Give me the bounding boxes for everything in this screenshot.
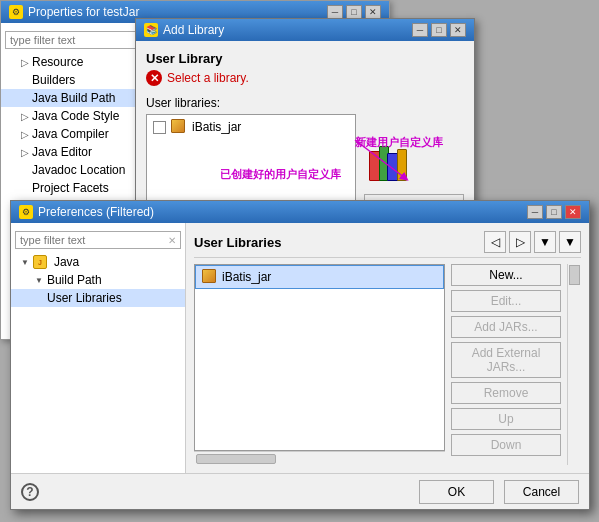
annotation-existing-lib: 已创建好的用户自定义库 (220, 167, 341, 182)
pref-list-item-ibatis[interactable]: iBatis_jar (195, 265, 444, 289)
add-library-icon: 📚 (144, 23, 158, 37)
pref-icon: ⚙ (19, 205, 33, 219)
pref-horizontal-scrollbar[interactable] (194, 451, 445, 465)
tree-arrow-jd (21, 165, 29, 176)
sidebar-item-resource[interactable]: ▷ Resource (1, 53, 145, 71)
remove-button[interactable]: Remove (451, 382, 561, 404)
add-library-error: ✕ Select a library. (146, 70, 464, 86)
add-library-right-col: User Libraries... (364, 96, 464, 214)
cancel-button[interactable]: Cancel (504, 480, 579, 504)
clear-filter-icon[interactable]: ✕ (168, 235, 176, 246)
user-libraries-label: User libraries: (146, 96, 356, 110)
preferences-title: Preferences (Filtered) (38, 205, 154, 219)
titlebar-left: ⚙ Properties for testJar (9, 5, 139, 19)
sidebar-item-java-build-path[interactable]: Java Build Path (1, 89, 145, 107)
ibatis-checkbox[interactable] (153, 121, 166, 134)
minimize-button[interactable]: ─ (327, 5, 343, 19)
pref-vertical-scrollbar[interactable] (567, 264, 581, 465)
pref-label-java: Java (54, 255, 79, 269)
add-library-title: Add Library (163, 23, 224, 37)
help-icon[interactable]: ? (21, 483, 39, 501)
add-library-body: User Library ✕ Select a library. User li… (136, 41, 474, 224)
pref-filter-box[interactable]: ✕ (15, 231, 181, 249)
pref-title-left: ⚙ Preferences (Filtered) (19, 205, 154, 219)
properties-filter-box[interactable] (5, 31, 141, 49)
tree-arrow-builders (21, 75, 29, 86)
toolbar-dropdown-btn[interactable]: ▼ (534, 231, 556, 253)
pref-main-header-row: User Libraries ◁ ▷ ▼ ▼ (194, 231, 581, 258)
h-scrollbar-thumb[interactable] (196, 454, 276, 464)
tree-arrow-jc: ▷ (21, 129, 29, 140)
library-list-item-ibatis[interactable]: iBatis_jar (149, 117, 353, 137)
pref-main: User Libraries ◁ ▷ ▼ ▼ iBatis_jar (186, 223, 589, 473)
preferences-titlebar: ⚙ Preferences (Filtered) ─ □ ✕ (11, 201, 589, 223)
pref-maximize[interactable]: □ (546, 205, 562, 219)
ibatis-label: iBatis_jar (192, 120, 241, 134)
add-library-close[interactable]: ✕ (450, 23, 466, 37)
pref-minimize[interactable]: ─ (527, 205, 543, 219)
user-libraries-list[interactable]: iBatis_jar (146, 114, 356, 214)
titlebar-buttons: ─ □ ✕ (327, 5, 381, 19)
properties-icon: ⚙ (9, 5, 23, 19)
sidebar-item-label-jc: Java Compiler (32, 127, 109, 141)
annotation-new-user-lib: 新建用户自定义库 (355, 135, 443, 150)
pref-body: ✕ ▼ J Java ▼ Build Path User Libraries U… (11, 223, 589, 473)
sidebar-item-label-je: Java Editor (32, 145, 92, 159)
sidebar-item-label-jbp: Java Build Path (32, 91, 115, 105)
toolbar-back-btn[interactable]: ◁ (484, 231, 506, 253)
toolbar-more-btn[interactable]: ▼ (559, 231, 581, 253)
down-button[interactable]: Down (451, 434, 561, 456)
pref-tree-user-libraries[interactable]: User Libraries (11, 289, 185, 307)
sidebar-item-label-jcs: Java Code Style (32, 109, 119, 123)
sidebar-item-label-pf: Project Facets (32, 181, 109, 195)
add-library-list-section: User libraries: iBatis_jar (146, 96, 356, 214)
ibatis-lib-icon (171, 119, 187, 135)
pref-filter-input[interactable] (20, 234, 164, 246)
sidebar-item-builders[interactable]: Builders (1, 71, 145, 89)
sidebar-item-java-editor[interactable]: ▷ Java Editor (1, 143, 145, 161)
arrow-build-path: ▼ (35, 276, 43, 285)
pref-list-area[interactable]: iBatis_jar (194, 264, 445, 451)
preferences-dialog: ⚙ Preferences (Filtered) ─ □ ✕ ✕ ▼ J Jav… (10, 200, 590, 510)
pref-tree-build-path[interactable]: ▼ Build Path (11, 271, 185, 289)
lib-stack-icon (171, 119, 185, 133)
pref-label-build-path: Build Path (47, 273, 102, 287)
edit-button[interactable]: Edit... (451, 290, 561, 312)
sidebar-item-javadoc[interactable]: Javadoc Location (1, 161, 145, 179)
tree-arrow-pf (21, 183, 29, 194)
ok-button[interactable]: OK (419, 480, 494, 504)
up-button[interactable]: Up (451, 408, 561, 430)
tree-arrow-je: ▷ (21, 147, 29, 158)
pref-buttons-col: New... Edit... Add JARs... Add External … (451, 264, 561, 465)
pref-main-header: User Libraries (194, 235, 281, 250)
add-library-titlebar-buttons: ─ □ ✕ (412, 23, 466, 37)
add-jars-button[interactable]: Add JARs... (451, 316, 561, 338)
tree-arrow-resource: ▷ (21, 57, 29, 68)
maximize-button[interactable]: □ (346, 5, 362, 19)
add-library-error-text: Select a library. (167, 71, 249, 85)
new-button[interactable]: New... (451, 264, 561, 286)
toolbar-forward-btn[interactable]: ▷ (509, 231, 531, 253)
tree-arrow-jcs: ▷ (21, 111, 29, 122)
sidebar-item-java-compiler[interactable]: ▷ Java Compiler (1, 125, 145, 143)
add-library-minimize[interactable]: ─ (412, 23, 428, 37)
sidebar-item-java-code-style[interactable]: ▷ Java Code Style (1, 107, 145, 125)
properties-filter-input[interactable] (10, 34, 136, 46)
close-button[interactable]: ✕ (365, 5, 381, 19)
pref-close[interactable]: ✕ (565, 205, 581, 219)
pref-label-user-libraries: User Libraries (47, 291, 122, 305)
pref-titlebar-buttons: ─ □ ✕ (527, 205, 581, 219)
add-external-jars-button[interactable]: Add External JARs... (451, 342, 561, 378)
pref-sidebar: ✕ ▼ J Java ▼ Build Path User Libraries (11, 223, 186, 473)
v-scrollbar-thumb[interactable] (569, 265, 580, 285)
arrow-java: ▼ (21, 258, 29, 267)
book4 (397, 149, 407, 181)
pref-toolbar: ◁ ▷ ▼ ▼ (484, 231, 581, 253)
pref-list-wrapper: iBatis_jar (194, 264, 445, 465)
pref-content-area: iBatis_jar New... Edit... Add JARs... Ad… (194, 264, 581, 465)
sidebar-item-label-resource: Resource (32, 55, 83, 69)
add-library-maximize[interactable]: □ (431, 23, 447, 37)
sidebar-item-project-facets[interactable]: Project Facets (1, 179, 145, 197)
add-library-titlebar: 📚 Add Library ─ □ ✕ (136, 19, 474, 41)
pref-tree-java[interactable]: ▼ J Java (11, 253, 185, 271)
